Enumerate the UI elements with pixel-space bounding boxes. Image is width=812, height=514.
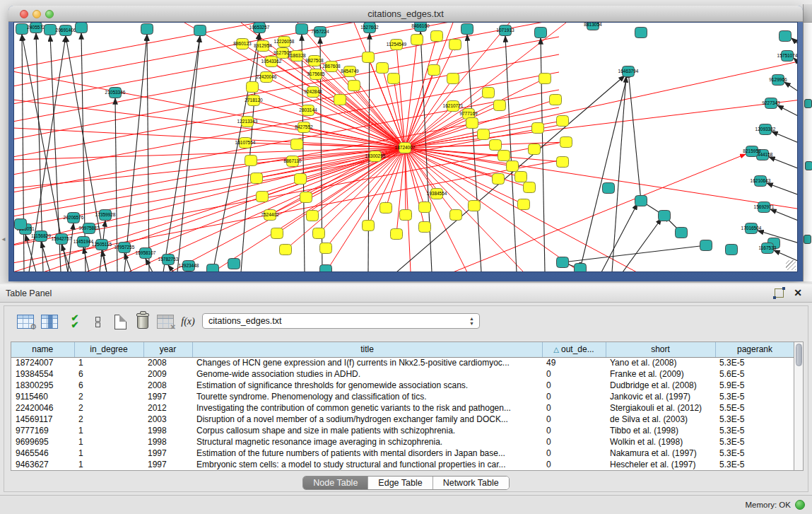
table-row[interactable]: 911546021997Tourette syndrome. Phenomeno… [11, 391, 794, 402]
table-row[interactable]: 977716911998Corpus callosum shape and si… [11, 425, 794, 436]
table-row[interactable]: 946554611997Estimation of the future num… [11, 448, 794, 459]
graph-node[interactable] [524, 182, 536, 193]
graph-node[interactable] [635, 196, 647, 206]
graph-node[interactable]: 17359928 [95, 210, 116, 221]
network-svg[interactable]: 1872400788601238912954122260589127509105… [14, 23, 797, 271]
graph-node[interactable] [280, 245, 292, 255]
graph-node[interactable] [15, 219, 27, 230]
graph-node[interactable]: 16782753 [158, 255, 179, 265]
graph-node[interactable]: 9227343 [762, 98, 780, 109]
table-row[interactable]: 1872400712008Changes of HCN gene express… [11, 357, 794, 368]
column-header-in_degree[interactable]: in_degree [74, 342, 143, 357]
graph-node[interactable] [603, 183, 615, 194]
graph-node[interactable]: 12226058 [274, 37, 295, 47]
graph-node[interactable] [539, 74, 551, 84]
graph-node[interactable]: 20691406 [56, 25, 76, 36]
graph-node[interactable] [575, 264, 587, 272]
graph-node[interactable] [320, 243, 332, 254]
graph-node[interactable]: 9827508 [305, 56, 324, 66]
graph-node[interactable] [557, 116, 569, 127]
create-column-button[interactable] [110, 312, 130, 332]
select-column-button[interactable] [40, 312, 59, 332]
graph-node[interactable] [291, 139, 303, 150]
graph-node[interactable]: 8860123 [233, 39, 252, 49]
graph-node[interactable] [411, 35, 423, 45]
table-row[interactable]: 969969511998Structural magnetic resonanc… [11, 436, 794, 448]
table-source-select[interactable]: citations_edges.txt ▲▼ [202, 313, 480, 329]
graph-node[interactable] [400, 210, 412, 221]
table-row[interactable]: 2242004622012Investigating the contribut… [11, 402, 794, 414]
graph-node[interactable] [428, 65, 440, 76]
graph-node[interactable]: 8813054 [584, 23, 602, 30]
graph-node[interactable] [493, 174, 505, 185]
graph-node[interactable] [469, 201, 481, 211]
graph-node[interactable]: 12505115 [92, 240, 112, 250]
graph-node[interactable] [247, 82, 259, 93]
graph-node[interactable]: 11451944 [73, 237, 94, 247]
graph-node[interactable] [388, 74, 400, 84]
select-all-columns-button[interactable]: ✔✔ [65, 312, 85, 332]
delete-column-button[interactable] [133, 312, 153, 332]
column-header-year[interactable]: year [143, 342, 192, 357]
tab-network-table[interactable]: Network Table [433, 477, 509, 489]
graph-node[interactable] [207, 264, 219, 272]
graph-node[interactable]: 8427552 [295, 122, 313, 133]
graph-node[interactable]: 2718120 [245, 95, 263, 106]
graph-node[interactable] [518, 199, 530, 210]
graph-node[interactable] [449, 40, 461, 50]
graph-node[interactable] [245, 156, 257, 166]
table-settings-button[interactable]: ⚙ [16, 312, 35, 332]
table-row[interactable]: 946362711997Embryonic stem cells: a mode… [11, 459, 794, 470]
graph-node[interactable] [391, 229, 403, 240]
graph-node[interactable]: 12923448 [179, 261, 199, 271]
close-panel-icon[interactable]: ✕ [794, 287, 802, 298]
graph-node[interactable] [334, 95, 346, 105]
graph-node[interactable]: 16210643 [751, 176, 771, 187]
graph-node[interactable] [635, 28, 647, 38]
graph-node[interactable]: 16210721 [443, 101, 464, 112]
graph-node[interactable] [478, 129, 490, 140]
graph-node[interactable] [320, 265, 332, 272]
graph-node[interactable] [295, 174, 307, 185]
graph-node[interactable] [348, 81, 360, 91]
network-canvas[interactable]: 1872400788601238912954122260589127509105… [13, 22, 798, 272]
graph-node[interactable] [532, 123, 544, 134]
graph-node[interactable] [313, 228, 325, 239]
column-header-short[interactable]: short [606, 342, 715, 357]
graph-node[interactable]: 15692971 [754, 202, 775, 213]
graph-node[interactable]: 15751074 [777, 51, 797, 62]
graph-node[interactable] [447, 74, 459, 84]
graph-node[interactable] [515, 172, 527, 182]
graph-node[interactable]: 16958107 [136, 248, 156, 259]
table-scrollbar[interactable] [794, 341, 804, 471]
graph-node[interactable] [550, 95, 562, 105]
column-mode-button[interactable] [88, 312, 107, 332]
graph-node[interactable]: 16463794 [618, 66, 639, 77]
graph-node[interactable] [461, 24, 473, 35]
graph-node[interactable] [498, 151, 510, 161]
graph-node[interactable] [307, 211, 319, 221]
column-header-title[interactable]: title [192, 342, 542, 357]
graph-node[interactable] [529, 144, 541, 155]
graph-node[interactable] [431, 31, 443, 42]
graph-node[interactable]: 17016504 [741, 223, 762, 234]
graph-node[interactable] [363, 221, 375, 231]
graph-node[interactable]: 8466160 [411, 23, 430, 32]
window-titlebar[interactable]: citations_edges.txt [8, 6, 803, 22]
graph-node[interactable] [507, 161, 519, 172]
table-row[interactable]: 1830029562008Estimation of significance … [11, 380, 794, 391]
graph-node[interactable] [380, 203, 392, 214]
graph-node[interactable] [363, 52, 375, 63]
graph-node[interactable] [228, 259, 240, 269]
graph-node[interactable] [700, 240, 712, 251]
graph-node[interactable]: 7957224 [311, 27, 329, 37]
graph-node[interactable] [377, 63, 389, 74]
graph-node[interactable] [251, 173, 263, 184]
graph-node[interactable] [779, 31, 792, 42]
graph-node[interactable]: 21053346 [105, 88, 126, 98]
graph-node[interactable] [560, 137, 572, 148]
graph-node[interactable] [676, 228, 688, 238]
graph-node[interactable]: 15942757 [52, 234, 72, 245]
graph-node[interactable]: 12213343 [237, 117, 258, 127]
graph-node[interactable]: 9129966 [769, 75, 787, 86]
